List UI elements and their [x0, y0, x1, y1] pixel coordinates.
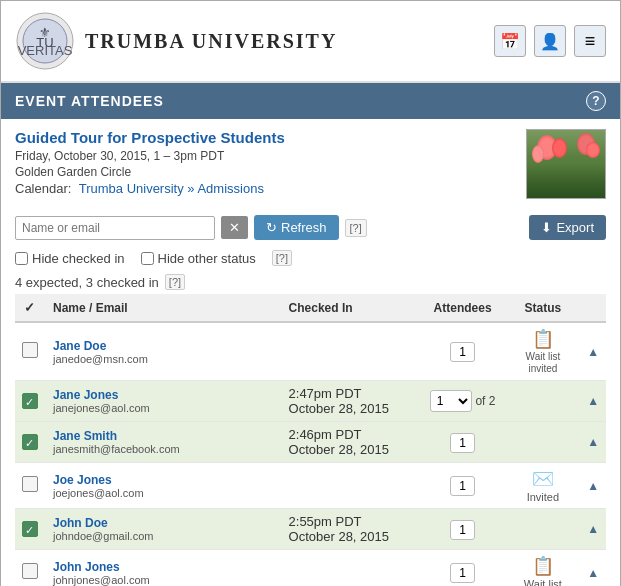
row-check-cell: ✓ [15, 381, 45, 422]
attendee-count-box: 1 [450, 563, 475, 583]
attendee-count-box: 1 [450, 520, 475, 540]
profile-icon-btn[interactable]: 👤 [534, 25, 566, 57]
filter-help[interactable]: [?] [272, 250, 292, 266]
expand-button[interactable]: ▲ [585, 564, 601, 582]
row-expand-cell: ▲ [580, 381, 606, 422]
unchecked-icon [22, 563, 38, 579]
row-expand-cell: ▲ [580, 422, 606, 463]
checked-icon: ✓ [22, 393, 38, 409]
event-info: Guided Tour for Prospective Students Fri… [1, 119, 620, 209]
table-header-row: ✓ Name / Email Checked In Attendees Stat… [15, 294, 606, 322]
controls-area: ✕ ↻ Refresh [?] ⬇ Export [1, 209, 620, 246]
calendar-link[interactable]: Trumba University » Admissions [79, 181, 264, 196]
table-row: Joe Jones joejones@aol.com 1 ✉️ Invited … [15, 463, 606, 509]
col-expand [580, 294, 606, 322]
row-attendees-cell: 1 [420, 322, 506, 381]
attendee-email: johnjones@aol.com [53, 574, 273, 586]
export-label: Export [556, 220, 594, 235]
hide-other-status-label[interactable]: Hide other status [141, 251, 256, 266]
refresh-label: Refresh [281, 220, 327, 235]
row-expand-cell: ▲ [580, 322, 606, 381]
row-check-cell: ✓ [15, 422, 45, 463]
search-input[interactable] [15, 216, 215, 240]
hide-checked-in-checkbox[interactable] [15, 252, 28, 265]
table-row: ✓ Jane Jones janejones@aol.com 2:47pm PD… [15, 381, 606, 422]
expand-button[interactable]: ▲ [585, 392, 601, 410]
row-checkin-cell [281, 550, 420, 587]
hide-checked-in-label[interactable]: Hide checked in [15, 251, 125, 266]
row-attendees-cell: 1 [420, 509, 506, 550]
row-attendees-cell: 1 [420, 422, 506, 463]
event-calendar: Calendar: Trumba University » Admissions [15, 181, 285, 196]
table-row: Jane Doe janedoe@msn.com 1 📋 Wait listin… [15, 322, 606, 381]
attendees-table-container: ✓ Name / Email Checked In Attendees Stat… [1, 294, 620, 586]
attendee-name: Jane Jones [53, 388, 273, 402]
row-checkin-cell [281, 322, 420, 381]
header-actions: 📅 👤 ≡ [494, 25, 606, 57]
row-attendees-cell: 1 [420, 550, 506, 587]
attendee-email: johndoe@gmail.com [53, 530, 273, 542]
col-name: Name / Email [45, 294, 281, 322]
university-name: TRUMBA UNIVERSITY [85, 30, 337, 53]
event-location: Golden Garden Circle [15, 165, 285, 179]
refresh-button[interactable]: ↻ Refresh [254, 215, 339, 240]
attendee-email: joejones@aol.com [53, 487, 273, 499]
row-name-cell: Joe Jones joejones@aol.com [45, 463, 281, 509]
section-title: EVENT ATTENDEES [15, 93, 164, 109]
col-attendees: Attendees [420, 294, 506, 322]
count-help[interactable]: [?] [165, 274, 185, 290]
row-check-cell [15, 550, 45, 587]
row-expand-cell: ▲ [580, 463, 606, 509]
section-help-btn[interactable]: ? [586, 91, 606, 111]
row-checkin-cell: 2:55pm PDT October 28, 2015 [281, 509, 420, 550]
menu-icon-btn[interactable]: ≡ [574, 25, 606, 57]
refresh-help[interactable]: [?] [345, 219, 367, 237]
row-status-cell [505, 422, 580, 463]
clear-button[interactable]: ✕ [221, 216, 248, 239]
row-checkin-cell [281, 463, 420, 509]
col-checked-in: Checked In [281, 294, 420, 322]
expand-button[interactable]: ▲ [585, 520, 601, 538]
attendee-email: janejones@aol.com [53, 402, 273, 414]
row-expand-cell: ▲ [580, 550, 606, 587]
row-check-cell: ✓ [15, 509, 45, 550]
attendee-name: Jane Doe [53, 339, 273, 353]
hide-checked-in-text: Hide checked in [32, 251, 125, 266]
row-status-cell [505, 381, 580, 422]
row-name-cell: John Jones johnjones@aol.com [45, 550, 281, 587]
attendee-name: John Doe [53, 516, 273, 530]
attendee-count-select[interactable]: 12 [430, 390, 472, 412]
count-row: 4 expected, 3 checked in [?] [1, 270, 620, 294]
row-status-cell: 📋 Wait list [505, 550, 580, 587]
attendee-email: janesmith@facebook.com [53, 443, 273, 455]
event-details: Guided Tour for Prospective Students Fri… [15, 129, 285, 196]
count-text: 4 expected, 3 checked in [15, 275, 159, 290]
header: ⚜ TU VERITAS TRUMBA UNIVERSITY 📅 👤 ≡ [1, 1, 620, 83]
row-checkin-cell: 2:47pm PDT October 28, 2015 [281, 381, 420, 422]
row-attendees-cell: 1 [420, 463, 506, 509]
attendee-count-box: 1 [450, 342, 475, 362]
hide-other-status-checkbox[interactable] [141, 252, 154, 265]
export-button[interactable]: ⬇ Export [529, 215, 606, 240]
unchecked-icon [22, 476, 38, 492]
expand-button[interactable]: ▲ [585, 343, 601, 361]
checked-icon: ✓ [22, 434, 38, 450]
expand-button[interactable]: ▲ [585, 477, 601, 495]
expand-button[interactable]: ▲ [585, 433, 601, 451]
row-name-cell: John Doe johndoe@gmail.com [45, 509, 281, 550]
calendar-icon-btn[interactable]: 📅 [494, 25, 526, 57]
hide-other-status-text: Hide other status [158, 251, 256, 266]
row-check-cell [15, 463, 45, 509]
event-title: Guided Tour for Prospective Students [15, 129, 285, 146]
event-date: Friday, October 30, 2015, 1 – 3pm PDT [15, 149, 285, 163]
status-text: Invited [527, 491, 559, 503]
row-attendees-cell: 12 of 2 [420, 381, 506, 422]
attendees-table: ✓ Name / Email Checked In Attendees Stat… [15, 294, 606, 586]
attendee-email: janedoe@msn.com [53, 353, 273, 365]
checked-icon: ✓ [22, 521, 38, 537]
header-logo: ⚜ TU VERITAS TRUMBA UNIVERSITY [15, 11, 337, 71]
crest-icon: ⚜ TU VERITAS [15, 11, 75, 71]
download-icon: ⬇ [541, 220, 552, 235]
invited-icon: ✉️ [532, 468, 554, 490]
row-status-cell: 📋 Wait listinvited [505, 322, 580, 381]
